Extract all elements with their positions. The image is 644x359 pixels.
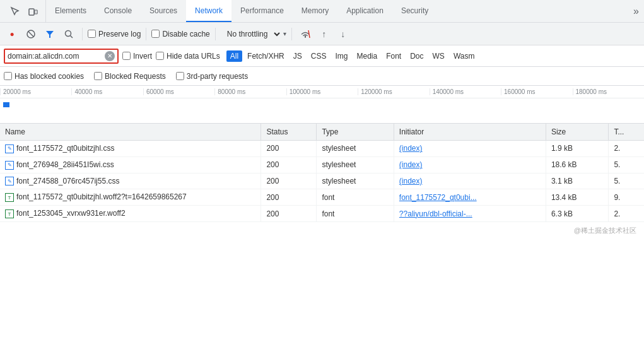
table-row[interactable]: Tfont_1175572_qt0ubitzjhl.woff2?t=164265… — [0, 189, 644, 206]
filter-type-doc[interactable]: Doc — [406, 50, 427, 62]
checkbox-1[interactable] — [94, 72, 102, 80]
tab-list: ElementsConsoleSourcesNetworkPerformance… — [46, 0, 628, 22]
tab-sources[interactable]: Sources — [141, 0, 186, 22]
timeline-ruler: 20000 ms40000 ms60000 ms80000 ms100000 m… — [0, 86, 644, 98]
network-table-wrapper: NameStatusTypeInitiatorSizeT... ✎font_11… — [0, 124, 644, 222]
cell-status: 200 — [261, 206, 317, 222]
filter-bar: ✕ Invert Hide data URLs AllFetch/XHRJSCS… — [0, 45, 644, 67]
toolbar: ● Preserve log Disable cache No throttli… — [0, 23, 644, 45]
wifi-icon[interactable] — [297, 26, 313, 42]
more-tabs-button[interactable]: » — [628, 6, 644, 17]
tab-memory[interactable]: Memory — [293, 0, 337, 22]
network-table: NameStatusTypeInitiatorSizeT... ✎font_11… — [0, 124, 644, 222]
cell-time: 9. — [609, 189, 644, 206]
file-name: font_274588_076rc457ij55.css — [16, 177, 119, 185]
cell-initiator[interactable]: font_1175572_qt0ubi... — [394, 189, 546, 206]
device-icon[interactable] — [25, 4, 40, 19]
download-icon[interactable]: ↓ — [335, 26, 351, 42]
hide-data-urls-checkbox[interactable] — [156, 52, 164, 60]
cell-size: 3.1 kB — [546, 173, 609, 189]
table-row[interactable]: ✎font_276948_28ii451I5wi.css200styleshee… — [0, 156, 644, 173]
tab-network[interactable]: Network — [186, 0, 231, 22]
svg-marker-4 — [46, 31, 54, 38]
filter-type-ws[interactable]: WS — [429, 50, 448, 62]
cell-initiator[interactable]: (index) — [394, 156, 546, 173]
tab-security[interactable]: Security — [392, 0, 437, 22]
checkbox-2[interactable] — [176, 72, 184, 80]
filter-type-wasm[interactable]: Wasm — [450, 50, 479, 62]
search-input[interactable] — [8, 52, 102, 61]
tab-elements[interactable]: Elements — [46, 0, 95, 22]
checkbox-item-2: 3rd-party requests — [176, 72, 248, 81]
tab-performance[interactable]: Performance — [231, 0, 293, 22]
initiator-link[interactable]: (index) — [399, 144, 423, 153]
col-t---[interactable]: T... — [609, 124, 644, 141]
invert-checkbox[interactable] — [122, 52, 131, 60]
filter-type-css[interactable]: CSS — [307, 50, 331, 62]
cell-name: Tfont_1253045_xvrxw931er.woff2 — [0, 206, 261, 222]
search-clear-button[interactable]: ✕ — [105, 51, 115, 61]
checkbox-row: Has blocked cookiesBlocked Requests3rd-p… — [0, 67, 644, 86]
upload-icon[interactable]: ↑ — [316, 26, 332, 42]
preserve-log-label: Preserve log — [98, 30, 141, 38]
cell-name: Tfont_1175572_qt0ubitzjhl.woff2?t=164265… — [0, 189, 261, 206]
throttle-group: No throttling Fast 3G Slow 3G Offline ▾ — [221, 28, 286, 40]
cell-name: ✎font_274588_076rc457ij55.css — [0, 173, 261, 189]
filter-type-img[interactable]: Img — [331, 50, 351, 62]
filter-type-fetch-xhr[interactable]: Fetch/XHR — [243, 50, 288, 62]
ruler-tick: 180000 ms — [573, 88, 644, 95]
table-row[interactable]: ✎font_1175572_qt0ubitzjhl.css200styleshe… — [0, 141, 644, 157]
cell-status: 200 — [261, 156, 317, 173]
cell-initiator[interactable]: (index) — [394, 141, 546, 157]
toolbar-divider-2 — [146, 28, 146, 40]
col-status[interactable]: Status — [261, 124, 317, 141]
toolbar-divider-3 — [215, 28, 216, 40]
table-row[interactable]: Tfont_1253045_xvrxw931er.woff2200font??a… — [0, 206, 644, 222]
file-name: font_1175572_qt0ubitzjhl.css — [16, 144, 114, 153]
initiator-link[interactable]: (index) — [399, 160, 423, 169]
font-file-icon: T — [5, 193, 14, 202]
timeline-bar — [3, 102, 9, 107]
filter-type-media[interactable]: Media — [353, 50, 381, 62]
disable-cache-checkbox[interactable] — [151, 30, 160, 38]
svg-rect-1 — [35, 10, 37, 14]
preserve-log-checkbox[interactable] — [88, 30, 96, 38]
col-type[interactable]: Type — [317, 124, 394, 141]
font-file-icon: T — [5, 209, 14, 218]
svg-point-5 — [66, 30, 71, 36]
initiator-link[interactable]: font_1175572_qt0ubi... — [399, 193, 477, 202]
filter-type-all[interactable]: All — [226, 50, 242, 62]
throttle-select[interactable]: No throttling Fast 3G Slow 3G Offline — [221, 28, 282, 40]
toolbar-divider-4 — [291, 28, 292, 40]
timeline-bars — [0, 98, 644, 124]
inspect-icon[interactable] — [8, 4, 23, 19]
hide-data-urls-group: Hide data URLs — [156, 52, 220, 61]
filter-type-font[interactable]: Font — [382, 50, 405, 62]
col-initiator[interactable]: Initiator — [394, 124, 546, 141]
cell-size: 6.3 kB — [546, 206, 609, 222]
ruler-tick: 160000 ms — [501, 88, 572, 95]
col-size[interactable]: Size — [546, 124, 609, 141]
timeline: 20000 ms40000 ms60000 ms80000 ms100000 m… — [0, 86, 644, 124]
initiator-link[interactable]: (index) — [399, 177, 423, 185]
svg-line-3 — [28, 32, 33, 37]
hide-data-urls-label: Hide data URLs — [167, 52, 220, 61]
checkbox-0[interactable] — [4, 72, 12, 80]
tab-console[interactable]: Console — [95, 0, 141, 22]
col-name[interactable]: Name — [0, 124, 261, 141]
cell-initiator[interactable]: ??aliyun/dbl-official-... — [394, 206, 546, 222]
stop-button[interactable] — [23, 26, 39, 42]
table-row[interactable]: ✎font_274588_076rc457ij55.css200styleshe… — [0, 173, 644, 189]
initiator-link[interactable]: ??aliyun/dbl-official-... — [399, 209, 472, 218]
ruler-tick: 80000 ms — [214, 88, 286, 95]
search-button[interactable] — [61, 26, 77, 42]
record-button[interactable]: ● — [4, 26, 20, 42]
filter-type-js[interactable]: JS — [290, 50, 306, 62]
ruler-tick: 40000 ms — [71, 88, 143, 95]
disable-cache-group: Disable cache — [151, 30, 209, 38]
tab-application[interactable]: Application — [337, 0, 392, 22]
filter-button[interactable] — [42, 26, 58, 42]
cell-type: font — [317, 189, 394, 206]
cell-initiator[interactable]: (index) — [394, 173, 546, 189]
checkbox-item-0: Has blocked cookies — [4, 72, 84, 81]
